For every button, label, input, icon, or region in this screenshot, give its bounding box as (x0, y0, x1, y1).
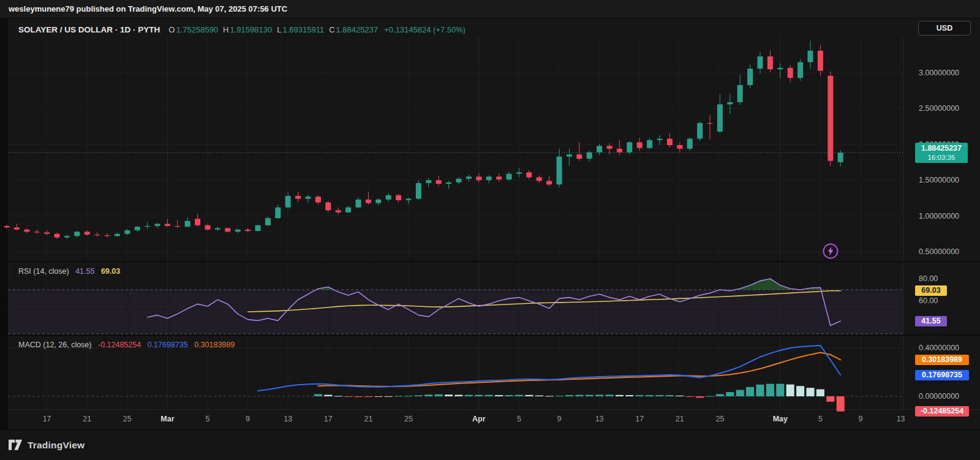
candle-body (105, 235, 110, 236)
macd-histogram-bar (606, 394, 614, 396)
tradingview-logo-icon[interactable] (9, 439, 23, 451)
countdown-timer: 16:03:35 (915, 153, 968, 162)
macd-histogram-bar (646, 395, 654, 396)
candle-body (507, 174, 512, 179)
candle-body (145, 226, 150, 227)
symbol-header: SOLAYER / US DOLLAR · 1D · PYTH O 1.7525… (18, 24, 466, 35)
time-axis-label: 25 (113, 414, 142, 424)
candle-body (687, 138, 693, 148)
price-chart-pane[interactable] (8, 37, 980, 262)
candle-body (446, 183, 451, 184)
macd-hist-value: -0.12485254 (98, 341, 141, 349)
time-axis-label: 9 (846, 414, 875, 424)
macd-histogram-bar (355, 396, 363, 397)
currency-toggle-button[interactable]: USD (918, 21, 971, 36)
candle-body (386, 195, 391, 200)
candle-body (717, 104, 723, 131)
candle-body (476, 176, 481, 180)
candle-body (647, 140, 652, 148)
macd-title: MACD (12, 26, close) (18, 341, 91, 349)
rsi-ma-badge: 69.03 (915, 285, 947, 296)
candle-body (637, 142, 643, 148)
candle-body (496, 176, 502, 179)
macd-histogram-bar (807, 388, 815, 396)
symbol-title[interactable]: SOLAYER / US DOLLAR · 1D · PYTH (18, 25, 160, 34)
candle-body (306, 197, 311, 199)
candle-body (4, 226, 10, 227)
candle-body (155, 224, 160, 226)
pane-separator[interactable] (8, 334, 980, 336)
candle-body (587, 153, 592, 159)
macd-histogram-bar (826, 396, 834, 402)
candle-body (436, 180, 442, 184)
macd-histogram-bar (686, 396, 694, 397)
candle-body (426, 180, 431, 183)
candle-body (758, 56, 763, 69)
candle-body (175, 226, 180, 227)
candle-body (375, 200, 381, 203)
rsi-pane[interactable] (8, 262, 980, 335)
footer-bar: TradingView (0, 429, 980, 460)
macd-legend: MACD (12, 26, close) -0.12485254 0.17698… (18, 341, 239, 349)
macd-signal-line (318, 353, 840, 387)
macd-histogram-bar (324, 395, 332, 396)
macd-histogram-bar (465, 395, 473, 396)
time-axis-label: 5 (504, 414, 533, 424)
boost-button[interactable] (822, 243, 839, 260)
rsi-ma-value: 69.03 (101, 267, 120, 276)
macd-histogram-bar (766, 384, 774, 396)
time-axis-label: 17 (625, 414, 654, 424)
macd-histogram-bar (565, 395, 573, 396)
time-axis-label: 17 (314, 414, 343, 424)
macd-histogram-bar (415, 395, 423, 396)
high-label: H (223, 25, 228, 34)
macd-histogram-bar (535, 396, 543, 396)
macd-histogram-bar (676, 396, 684, 396)
macd-histogram-bar (445, 394, 453, 396)
candle-body (576, 154, 582, 159)
candle-body (24, 230, 29, 232)
candle-body (55, 234, 60, 238)
open-value: 1.75258590 (176, 25, 218, 34)
macd-histogram-bar (636, 395, 644, 396)
candle-body (818, 51, 823, 71)
candle-body (235, 230, 241, 232)
candle-body (797, 62, 803, 78)
macd-histogram-bar (616, 395, 624, 396)
candle-body (74, 232, 80, 236)
candle-body (627, 142, 632, 152)
candle-body (788, 68, 793, 78)
candle-body (747, 69, 753, 85)
candle-body (205, 225, 211, 230)
macd-histogram-bar (424, 394, 432, 396)
candle-body (34, 232, 40, 232)
last-price-value: 1.88425237 (915, 144, 968, 153)
candle-body (124, 230, 130, 234)
macd-histogram-bar (696, 396, 704, 398)
candle-body (567, 154, 572, 157)
candle-body (707, 123, 713, 124)
macd-histogram-bar (545, 396, 553, 396)
macd-histogram-bar (625, 395, 633, 396)
macd-histogram-bar (575, 395, 583, 396)
macd-histogram-bar (485, 395, 493, 396)
time-axis-label: 13 (585, 414, 614, 424)
change-value: +0.13145824 (+7.50%) (384, 25, 466, 34)
macd-line-badge: 0.17698735 (915, 370, 969, 380)
macd-histogram-bar (756, 385, 764, 396)
candle-body (44, 232, 50, 233)
macd-histogram-bar (495, 395, 503, 396)
candle-body (697, 123, 703, 139)
candle-body (325, 202, 331, 210)
time-axis-label: 25 (705, 414, 734, 424)
pane-separator[interactable] (8, 261, 980, 262)
tradingview-wordmark[interactable]: TradingView (28, 440, 85, 451)
candle-body (516, 172, 522, 173)
candle-body (315, 197, 321, 202)
candle-body (135, 227, 140, 230)
low-label: L (277, 25, 281, 34)
candle-body (777, 68, 783, 69)
candle-body (356, 200, 361, 208)
candle-body (827, 76, 833, 161)
candle-body (215, 228, 221, 229)
